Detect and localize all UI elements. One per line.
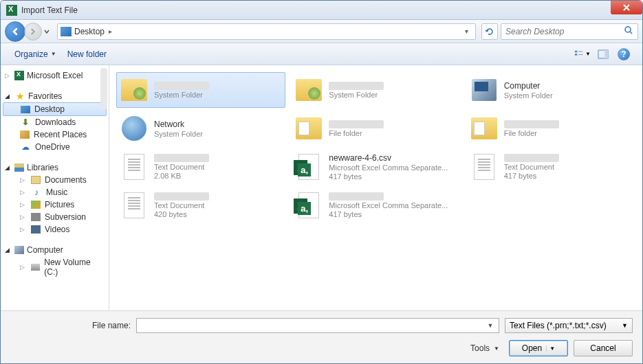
- file-item[interactable]: newware-4-6.csvMicrosoft Excel Comma Sep…: [291, 149, 460, 185]
- file-item[interactable]: Text Document417 bytes: [466, 149, 635, 185]
- forward-arrow-icon: [29, 27, 37, 36]
- tree-item-computer[interactable]: ◢ Computer: [1, 244, 109, 256]
- expander-icon[interactable]: ▷: [20, 177, 27, 183]
- tree-item-desktop[interactable]: Desktop: [3, 102, 107, 116]
- view-options-button[interactable]: ▼: [574, 47, 591, 62]
- expander-icon[interactable]: ▷: [20, 214, 27, 220]
- expander-icon[interactable]: ◢: [5, 164, 12, 171]
- expander-icon[interactable]: ◢: [5, 247, 12, 253]
- expander-icon[interactable]: ▷: [20, 264, 27, 271]
- tree-item-videos[interactable]: ▷Videos: [1, 223, 109, 236]
- file-name: [154, 82, 209, 90]
- breadcrumb-location[interactable]: Desktop: [74, 27, 105, 36]
- tree-item-subversion[interactable]: ▷Subversion: [1, 211, 109, 223]
- tree-item-onedrive[interactable]: ☁OneDrive: [1, 141, 109, 153]
- file-name: [154, 192, 209, 201]
- expander-icon[interactable]: ▷: [20, 226, 27, 233]
- tree-item-new-volume-c-[interactable]: ▷New Volume (C:): [1, 256, 109, 278]
- tree-item-pictures[interactable]: ▷Pictures: [1, 198, 109, 211]
- file-item[interactable]: Text Document420 bytes: [116, 187, 285, 223]
- tree-item-libraries[interactable]: ◢ Libraries: [1, 161, 109, 174]
- expander-icon[interactable]: ◢: [5, 93, 12, 100]
- search-box[interactable]: [501, 23, 638, 40]
- scrollbar[interactable]: [100, 68, 107, 109]
- cancel-button[interactable]: Cancel: [574, 340, 633, 356]
- file-type-filter[interactable]: Text Files (*.prn;*.txt;*.csv) ▼: [505, 318, 633, 333]
- preview-pane-button[interactable]: [594, 47, 612, 62]
- open-button[interactable]: Open ▼: [509, 340, 568, 356]
- tree-label: Downloads: [35, 117, 76, 127]
- expander-icon[interactable]: ▷: [5, 72, 12, 79]
- file-item[interactable]: Microsoft Excel Comma Separate...417 byt…: [291, 187, 460, 223]
- computer-icon: [470, 76, 499, 104]
- tree-item-downloads[interactable]: ⬇Downloads: [1, 116, 109, 128]
- xls-icon: [294, 191, 323, 220]
- nav-history-dropdown[interactable]: [42, 23, 52, 40]
- star-icon: ★: [14, 91, 25, 101]
- expander-icon[interactable]: ▷: [20, 189, 27, 196]
- svn-icon: [31, 213, 41, 221]
- tree-item-favorites[interactable]: ◢ ★ Favorites: [1, 90, 109, 102]
- svg-rect-6: [604, 50, 608, 58]
- file-list[interactable]: System FolderSystem FolderComputerSystem…: [109, 65, 642, 310]
- tree-item-documents[interactable]: ▷Documents: [1, 174, 109, 186]
- chevron-down-icon[interactable]: ▼: [485, 322, 496, 329]
- organize-button[interactable]: Organize ▼: [9, 47, 62, 62]
- download-icon: ⬇: [20, 117, 31, 127]
- open-label: Open: [522, 343, 542, 353]
- file-item[interactable]: Text Document2.08 KB: [116, 149, 285, 185]
- filename-combobox[interactable]: ▼: [136, 318, 499, 333]
- cancel-label: Cancel: [590, 343, 615, 353]
- file-type: System Folder: [329, 91, 384, 99]
- tools-label: Tools: [470, 343, 490, 353]
- tools-button[interactable]: Tools ▼: [466, 341, 503, 356]
- file-item[interactable]: ComputerSystem Folder: [466, 72, 635, 108]
- file-item[interactable]: NetworkSystem Folder: [116, 111, 285, 146]
- expander-icon[interactable]: ▷: [20, 201, 27, 208]
- folder-user-icon: [294, 76, 323, 104]
- filename-input[interactable]: [140, 321, 485, 330]
- help-button[interactable]: ?: [615, 47, 633, 62]
- breadcrumb-bar[interactable]: Desktop ▸ ▾: [57, 23, 476, 40]
- file-item[interactable]: File folder: [291, 111, 460, 146]
- navigation-tree[interactable]: ▷ Microsoft Excel ◢ ★ Favorites Desktop⬇…: [1, 65, 109, 310]
- window-title: Import Text File: [21, 5, 78, 15]
- svg-rect-2: [575, 54, 578, 56]
- back-arrow-icon: [10, 27, 20, 36]
- dialog-window: Import Text File Desktop ▸ ▾: [0, 0, 643, 364]
- folder-plain-icon: [294, 114, 323, 143]
- file-type: File folder: [504, 129, 559, 137]
- file-name: newware-4-6.csv: [329, 153, 448, 163]
- folder-user-icon: [120, 76, 149, 104]
- forward-button[interactable]: [24, 23, 42, 41]
- chevron-down-icon: ▼: [585, 51, 591, 57]
- close-button[interactable]: [611, 1, 642, 14]
- file-name: [329, 82, 384, 90]
- pic-icon: [31, 201, 41, 209]
- music-icon: ♪: [31, 187, 42, 197]
- txt-icon: [120, 191, 149, 220]
- recent-icon: [20, 130, 30, 139]
- dialog-footer: File name: ▼ Text Files (*.prn;*.txt;*.c…: [1, 310, 642, 363]
- breadcrumb-arrow-icon[interactable]: ▸: [109, 27, 112, 35]
- chevron-down-icon: [44, 29, 50, 34]
- file-item[interactable]: File folder: [466, 111, 635, 146]
- tree-item-recent-places[interactable]: Recent Places: [1, 128, 109, 141]
- file-item[interactable]: System Folder: [291, 72, 460, 108]
- file-item[interactable]: System Folder: [116, 72, 285, 108]
- new-folder-label: New folder: [67, 49, 107, 59]
- search-icon[interactable]: [624, 25, 633, 37]
- back-button[interactable]: [5, 21, 25, 42]
- breadcrumb-dropdown[interactable]: ▾: [461, 27, 472, 35]
- new-folder-button[interactable]: New folder: [62, 47, 112, 62]
- folder-plain-icon: [470, 114, 499, 143]
- tree-label: Computer: [27, 245, 63, 255]
- refresh-button[interactable]: [481, 23, 498, 40]
- file-name: [329, 120, 384, 128]
- tree-item-music[interactable]: ▷♪Music: [1, 186, 109, 198]
- file-type: Microsoft Excel Comma Separate...: [329, 163, 448, 172]
- tree-item-excel[interactable]: ▷ Microsoft Excel: [1, 69, 109, 82]
- titlebar[interactable]: Import Text File: [1, 1, 642, 20]
- search-input[interactable]: [505, 27, 624, 36]
- view-icon: [574, 49, 584, 59]
